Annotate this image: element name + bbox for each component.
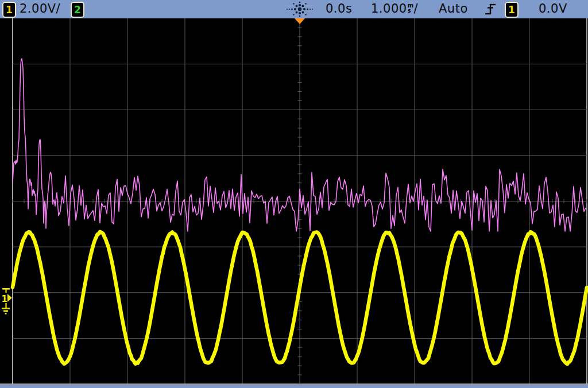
delay-time-readout[interactable]: 0.0s xyxy=(326,2,352,15)
channel-1-badge[interactable]: 1 xyxy=(2,2,16,18)
svg-text:1: 1 xyxy=(2,294,7,304)
channel-1-scale[interactable]: 2.00V/ xyxy=(20,2,60,15)
scope-display: 1 xyxy=(0,18,588,385)
trigger-source-badge[interactable]: 1 xyxy=(505,2,519,18)
channel-1-ground-marker[interactable]: 1 xyxy=(2,288,13,315)
status-bar: 1 2.00V/ 2 0.0s 1.000 m s / Auto xyxy=(0,0,588,19)
channel-2-badge[interactable]: 2 xyxy=(71,2,84,18)
timebase-readout[interactable]: 1.000 m s / xyxy=(371,2,418,15)
bottom-bar xyxy=(0,385,588,388)
rising-edge-trigger-icon xyxy=(485,2,496,17)
fft-trace xyxy=(13,59,586,231)
trigger-time-marker[interactable] xyxy=(295,18,305,24)
timebase-units: m s xyxy=(408,3,414,13)
activity-starburst-icon xyxy=(284,1,316,18)
trigger-level-readout[interactable]: 0.0V xyxy=(539,2,567,15)
timebase-value: 1.000 xyxy=(371,2,407,15)
trigger-mode-readout[interactable]: Auto xyxy=(439,2,468,15)
waveform-area: 1 xyxy=(0,18,588,385)
